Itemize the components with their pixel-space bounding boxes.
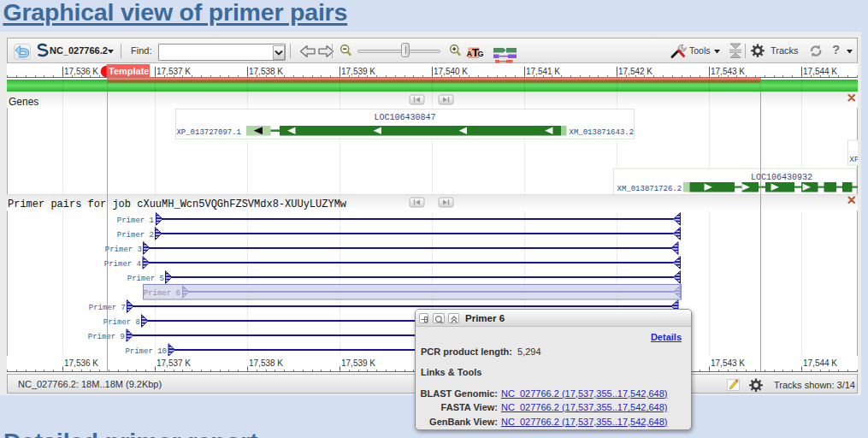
svg-text:17,539 K: 17,539 K (341, 67, 375, 76)
svg-text:Template: Template (109, 66, 149, 76)
svg-text:Primer 8: Primer 8 (103, 318, 140, 327)
svg-text:Primer 9: Primer 9 (88, 333, 125, 341)
svg-text:17,537 K: 17,537 K (156, 67, 191, 76)
svg-text:17,543 K: 17,543 K (711, 358, 745, 368)
svg-text:17,540 K: 17,540 K (434, 67, 468, 76)
svg-text:17,544 K: 17,544 K (803, 358, 837, 368)
svg-text:17,539 K: 17,539 K (341, 358, 375, 368)
svg-text:Primer pairs for job cXuuMH_Wc: Primer pairs for job cXuuMH_Wcn5VQGhFZSV… (8, 198, 347, 210)
svg-text:XM_013871726.2: XM_013871726.2 (617, 185, 682, 193)
svg-text:17,541 K: 17,541 K (526, 67, 560, 76)
svg-text:17,536 K: 17,536 K (64, 358, 98, 368)
svg-text:Primer 3: Primer 3 (105, 246, 142, 254)
svg-text:XM_013871643.2: XM_013871643.2 (570, 128, 635, 137)
svg-text:XP_0: XP_0 (850, 156, 859, 164)
svg-text:Primer 6: Primer 6 (144, 289, 180, 298)
svg-text:17,538 K: 17,538 K (249, 358, 283, 368)
svg-text:17,537 K: 17,537 K (156, 358, 191, 368)
svg-text:LOC106430847: LOC106430847 (374, 113, 435, 122)
svg-text:Primer 5: Primer 5 (127, 275, 164, 283)
svg-text:17,536 K: 17,536 K (64, 67, 98, 76)
svg-text:G: G (478, 50, 484, 58)
svg-text:17,544 K: 17,544 K (803, 67, 837, 76)
svg-text:Primer 10: Primer 10 (125, 347, 167, 356)
svg-text:Primer 2: Primer 2 (117, 231, 154, 240)
svg-text:XP_013727097.1: XP_013727097.1 (176, 128, 241, 137)
svg-text:17,543 K: 17,543 K (711, 67, 745, 76)
svg-text:17,538 K: 17,538 K (249, 67, 283, 76)
svg-text:Primer 1: Primer 1 (117, 216, 154, 225)
svg-text:17,542 K: 17,542 K (618, 67, 652, 76)
svg-text:LOC106430932: LOC106430932 (751, 173, 812, 182)
svg-text:Primer 4: Primer 4 (104, 260, 141, 269)
svg-text:Genes: Genes (9, 96, 38, 108)
